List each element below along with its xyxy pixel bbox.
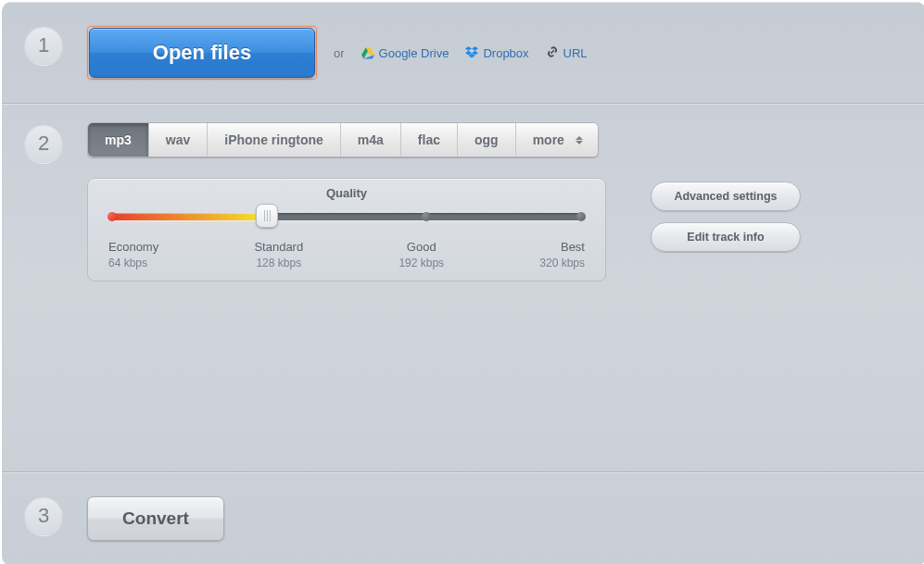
quality-label-standard: Standard 128 kbps (254, 239, 303, 270)
link-icon (546, 45, 559, 61)
quality-title: Quality (108, 186, 585, 200)
tab-more[interactable]: more (516, 123, 598, 157)
slider-stop-economy (108, 212, 117, 221)
tab-iphone-ringtone[interactable]: iPhone ringtone (208, 123, 341, 157)
slider-labels: Economy 64 kbps Standard 128 kbps Good 1… (108, 239, 585, 270)
quality-label-economy: Economy 64 kbps (108, 239, 158, 270)
open-files-row: Open files or Google Drive Dropbox URL (87, 26, 898, 80)
tab-more-label: more (533, 132, 564, 147)
svg-marker-4 (472, 46, 478, 51)
step-1-section: 1 Open files or Google Drive Dropbox (2, 2, 924, 104)
slider-stop-best (576, 212, 586, 221)
step-2-badge: 2 (24, 124, 63, 163)
step-3-section: 3 Convert (2, 472, 924, 564)
step-3-badge: 3 (24, 496, 63, 535)
open-files-button[interactable]: Open files (89, 28, 315, 78)
step-2-section: 2 mp3 wav iPhone ringtone m4a flac ogg m… (2, 104, 924, 472)
tab-flac[interactable]: flac (401, 123, 458, 157)
source-dropbox[interactable]: Dropbox (465, 45, 528, 61)
slider-thumb[interactable] (256, 204, 278, 228)
open-files-highlight: Open files (87, 26, 317, 80)
advanced-settings-button[interactable]: Advanced settings (651, 182, 801, 211)
tab-mp3[interactable]: mp3 (88, 123, 149, 157)
quality-name-standard: Standard (254, 240, 303, 254)
source-google-drive[interactable]: Google Drive (361, 46, 449, 60)
quality-name-good: Good (407, 240, 437, 254)
tab-wav[interactable]: wav (149, 123, 208, 157)
format-tab-bar: mp3 wav iPhone ringtone m4a flac ogg mor… (87, 122, 599, 157)
convert-button[interactable]: Convert (87, 496, 224, 541)
slider-stop-good (422, 212, 431, 221)
quality-slider[interactable] (108, 209, 585, 224)
url-label: URL (563, 46, 588, 60)
tab-m4a[interactable]: m4a (341, 123, 401, 157)
edit-track-info-button[interactable]: Edit track info (651, 222, 801, 252)
tab-ogg[interactable]: ogg (458, 123, 516, 157)
google-drive-label: Google Drive (379, 46, 449, 60)
side-buttons: Advanced settings Edit track info (651, 182, 801, 252)
slider-fill (108, 213, 267, 220)
step-1-badge: 1 (24, 26, 63, 65)
quality-name-best: Best (561, 240, 585, 254)
svg-marker-3 (465, 46, 472, 51)
or-label: or (334, 46, 345, 60)
quality-label-good: Good 192 kbps (399, 239, 444, 270)
quality-bitrate-economy: 64 kbps (108, 256, 158, 270)
quality-bitrate-standard: 128 kbps (254, 256, 303, 270)
quality-name-economy: Economy (108, 240, 158, 254)
audio-converter-app: 1 Open files or Google Drive Dropbox (2, 2, 924, 564)
chevron-updown-icon (576, 132, 587, 147)
dropbox-label: Dropbox (483, 46, 528, 60)
quality-bitrate-good: 192 kbps (399, 256, 444, 270)
quality-label-best: Best 320 kbps (539, 239, 585, 270)
quality-bitrate-best: 320 kbps (539, 256, 585, 270)
quality-panel: Quality Economy 64 kbps Standard 128 kbp… (87, 178, 606, 282)
google-drive-icon (361, 46, 374, 59)
dropbox-icon (465, 45, 478, 61)
source-url[interactable]: URL (546, 45, 588, 61)
